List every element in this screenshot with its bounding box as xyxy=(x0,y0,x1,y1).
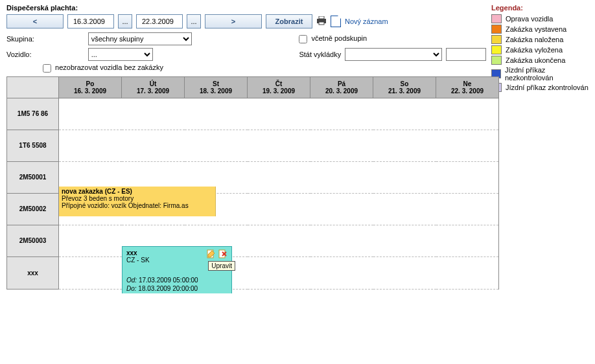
hide-empty-label[interactable]: nezobrazovat vozidla bez zakázky xyxy=(43,63,163,71)
row-vehicle: 1T6 5508 xyxy=(7,130,59,161)
unload-state-text[interactable] xyxy=(446,48,486,61)
legend-label: Zakázka naložena xyxy=(506,36,563,43)
row-vehicle: 2M50002 xyxy=(7,193,59,225)
header-day: So21. 3. 2009 xyxy=(373,76,436,98)
next-week-button[interactable]: > xyxy=(205,14,262,28)
order-card[interactable]: nova zakazka (CZ - ES) Převoz 3 beden s … xyxy=(59,187,216,216)
print-icon[interactable] xyxy=(316,16,327,27)
order-popup[interactable]: xxx CZ - SK Upravit Od: 17.03.2009 05:00… xyxy=(122,246,232,293)
svg-rect-1 xyxy=(319,16,324,19)
date-from-picker[interactable]: ... xyxy=(118,14,132,28)
popup-title: xxx xyxy=(126,249,150,256)
legend-label: Zakázka vystavena xyxy=(506,25,566,33)
legend-swatch xyxy=(491,45,502,54)
legend-swatch xyxy=(491,56,502,65)
group-select[interactable]: všechny skupiny xyxy=(88,32,192,45)
legend-label: Zakázka vyložena xyxy=(506,46,563,54)
svg-rect-2 xyxy=(319,22,324,25)
header-day: Pá20. 3. 2009 xyxy=(310,76,373,98)
header-day: Út17. 3. 2009 xyxy=(122,76,185,98)
new-document-icon[interactable] xyxy=(331,16,341,27)
popup-subtitle: CZ - SK xyxy=(126,256,150,264)
legend-label: Zakázka ukončena xyxy=(506,56,565,64)
prev-week-button[interactable]: < xyxy=(6,14,64,28)
edit-icon[interactable] xyxy=(207,249,216,260)
order-card-line: Přípojné vozidlo: vozík Objednatel: Firm… xyxy=(62,202,213,209)
header-day: Čt19. 3. 2009 xyxy=(248,76,310,98)
hide-empty-checkbox[interactable] xyxy=(43,64,51,73)
header-day: Ne22. 3. 2009 xyxy=(436,76,499,98)
legend-label: Oprava vozidla xyxy=(506,15,553,23)
schedule: Po16. 3. 2009 Út17. 3. 2009 St18. 3. 200… xyxy=(6,76,589,290)
header-day: Po16. 3. 2009 xyxy=(59,76,122,98)
row-vehicle: xxx xyxy=(7,256,59,289)
legend-swatch xyxy=(491,25,502,34)
header-day: St18. 3. 2009 xyxy=(185,76,248,98)
date-to-picker[interactable]: ... xyxy=(187,14,201,28)
vehicle-select[interactable]: ... xyxy=(88,48,153,61)
unload-state-select[interactable] xyxy=(345,48,442,61)
legend-title: Legenda: xyxy=(491,4,589,12)
delete-icon[interactable] xyxy=(218,249,228,260)
new-record-link[interactable]: Nový záznam xyxy=(345,17,388,25)
order-card-title: nova zakazka (CZ - ES) xyxy=(62,188,213,195)
date-from[interactable]: 16.3.2009 xyxy=(67,14,114,28)
include-subgroups-checkbox[interactable] xyxy=(299,35,307,43)
row-vehicle: 2M50001 xyxy=(7,161,59,193)
legend-swatch xyxy=(491,14,502,23)
order-card-line: Převoz 3 beden s motory xyxy=(62,195,213,202)
show-button[interactable]: Zobrazit xyxy=(266,14,312,28)
vehicle-label: Vozidlo: xyxy=(6,51,83,58)
group-label: Skupina: xyxy=(6,35,83,43)
header-corner xyxy=(7,76,59,98)
date-to[interactable]: 22.3.2009 xyxy=(136,14,183,28)
row-vehicle: 1M5 76 86 xyxy=(7,98,59,130)
unload-state-label: Stát vykládky xyxy=(299,51,341,58)
row-vehicle: 2M50003 xyxy=(7,225,59,256)
legend-swatch xyxy=(491,35,502,44)
edit-tooltip: Upravit xyxy=(208,261,235,271)
